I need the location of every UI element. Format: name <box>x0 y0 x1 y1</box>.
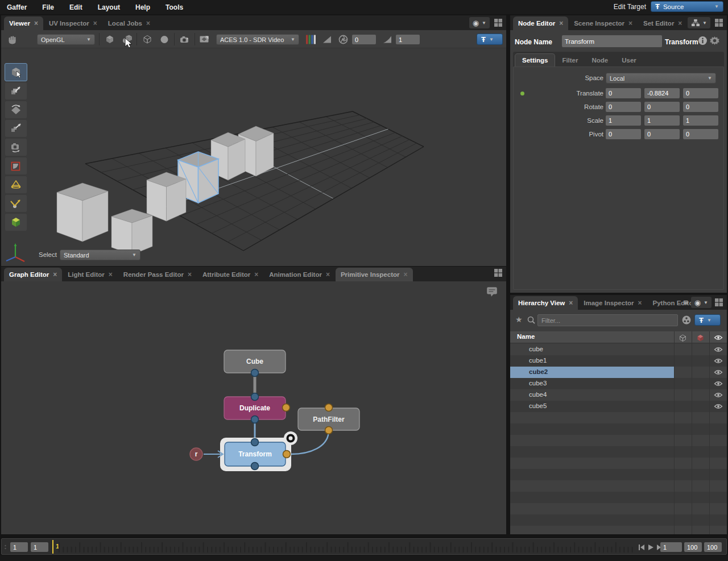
rotate-field-0[interactable]: 0 <box>606 102 641 112</box>
input-badge[interactable]: r <box>190 448 223 460</box>
display-transform-dropdown[interactable]: ACES 1.0 - SDR Video ▼ <box>216 34 299 45</box>
filter-settings-icon[interactable] <box>681 315 692 325</box>
close-icon[interactable]: × <box>146 19 150 27</box>
scale-field-0[interactable]: 1 <box>606 115 641 126</box>
cube-outline-column-icon[interactable] <box>679 334 687 342</box>
node-graph-area[interactable]: CubeDuplicatePathFilterTransformr <box>1 281 506 534</box>
list-menu-icon[interactable]: ≡ <box>684 298 688 306</box>
timeline-grip[interactable] <box>5 545 6 550</box>
close-icon[interactable]: × <box>93 19 97 27</box>
select-mode-dropdown[interactable]: Standard ▼ <box>60 250 140 260</box>
tab-hierarchy-view[interactable]: Hierarchy View× <box>513 296 578 310</box>
tab-render-pass-editor[interactable]: Render Pass Editor× <box>118 268 197 281</box>
edge-pathfilter-transform[interactable] <box>291 430 329 454</box>
port-duplicate-in[interactable] <box>251 393 259 401</box>
star-icon[interactable]: ★ <box>515 315 523 323</box>
shaded-cube-tool-button[interactable] <box>5 213 27 231</box>
close-icon[interactable]: × <box>559 19 563 27</box>
close-icon[interactable]: × <box>188 271 192 279</box>
node-editor-follow-menu-button[interactable]: ▼ <box>688 17 710 28</box>
node-graph-canvas[interactable]: CubeDuplicatePathFilterTransformr <box>1 281 506 534</box>
cube-object-3[interactable] <box>147 172 186 221</box>
solo-channel-icon[interactable] <box>321 34 333 45</box>
space-dropdown[interactable]: Local ▼ <box>606 73 716 84</box>
port-duplicate-filter[interactable] <box>283 404 290 412</box>
rotate-tool-button[interactable] <box>5 101 27 119</box>
viewer-pin-dropdown[interactable]: Ŧ ▼ <box>477 34 503 45</box>
close-icon[interactable]: × <box>109 271 113 279</box>
end-frame-field[interactable]: 100 <box>684 542 702 552</box>
viewer-focus-menu-button[interactable]: ◉ ▼ <box>469 17 490 28</box>
close-icon[interactable]: × <box>254 271 258 279</box>
skip-to-start-icon[interactable] <box>638 543 646 551</box>
tab-node-editor[interactable]: Node Editor× <box>513 16 568 30</box>
subtab-filter[interactable]: Filter <box>555 53 585 67</box>
row-cube2[interactable]: cube2 <box>510 367 727 378</box>
camera-tool-button[interactable] <box>5 138 27 156</box>
tab-set-editor[interactable]: Set Editor× <box>638 16 687 30</box>
hierarchy-pin-dropdown[interactable]: Ŧ ▼ <box>694 314 721 326</box>
play-icon[interactable] <box>647 543 655 551</box>
tab-local-jobs[interactable]: Local Jobs× <box>103 16 155 30</box>
rotate-field-1[interactable]: 0 <box>644 102 680 112</box>
light-cone-tool-button[interactable] <box>5 176 27 194</box>
gamma-icon[interactable] <box>381 34 394 45</box>
tab-attribute-editor[interactable]: Attribute Editor× <box>197 268 263 281</box>
scale-field-2[interactable]: 1 <box>683 115 718 126</box>
port-pathfilter-in[interactable] <box>325 404 333 412</box>
timeline-prev-field[interactable]: 1 <box>31 542 48 552</box>
scale-tool-button[interactable] <box>5 119 27 138</box>
tab-animation-editor[interactable]: Animation Editor× <box>264 268 335 281</box>
menu-gaffer[interactable]: Gaffer <box>7 3 35 11</box>
close-icon[interactable]: × <box>628 19 632 27</box>
close-icon[interactable]: × <box>53 271 57 279</box>
info-icon[interactable] <box>698 36 708 45</box>
scale-field-1[interactable]: 1 <box>644 115 680 126</box>
close-icon[interactable]: × <box>678 19 682 27</box>
viewport-3d[interactable]: Select Standard ▼ <box>1 48 506 266</box>
hierarchy-focus-menu-button[interactable]: ◉ ▼ <box>691 297 712 308</box>
visibility-eye-icon[interactable] <box>714 392 723 398</box>
wireframe-cube-icon[interactable] <box>141 34 154 45</box>
translate-field-1[interactable]: -0.8824 <box>644 88 680 98</box>
close-icon[interactable]: × <box>34 19 38 27</box>
tab-image-inspector[interactable]: Image Inspector× <box>578 296 647 310</box>
tab-light-editor[interactable]: Light Editor× <box>63 268 118 281</box>
tab-viewer[interactable]: Viewer× <box>4 16 43 30</box>
cube-object-0[interactable] <box>57 183 108 242</box>
rotate-field-2[interactable]: 0 <box>683 102 718 112</box>
drawing-mode-icon[interactable] <box>104 34 116 45</box>
scene-view-icon[interactable] <box>198 34 210 45</box>
gear-icon[interactable] <box>710 36 719 45</box>
close-icon[interactable]: × <box>569 299 573 307</box>
cube-object-1[interactable] <box>111 209 152 255</box>
gamma-field[interactable]: 1 <box>396 35 420 44</box>
total-frames-field[interactable]: 100 <box>704 542 722 552</box>
layout-grid-icon[interactable] <box>494 268 503 277</box>
crop-tool-button[interactable] <box>5 157 27 175</box>
pivot-field-1[interactable]: 0 <box>644 129 680 139</box>
annotation-bubble-icon[interactable] <box>486 286 498 297</box>
edit-target-dropdown[interactable]: Ŧ Source ▼ <box>651 1 723 12</box>
visibility-eye-icon[interactable] <box>714 381 723 387</box>
layout-grid-icon[interactable] <box>714 298 723 307</box>
translate-field-0[interactable]: 0 <box>606 88 641 98</box>
close-icon[interactable]: × <box>403 271 407 279</box>
port-pathfilter-out[interactable] <box>325 427 333 434</box>
menu-tools[interactable]: Tools <box>166 3 191 11</box>
port-cube-out[interactable] <box>251 369 259 377</box>
translate-field-2[interactable]: 0 <box>683 88 718 98</box>
red-cube-column-icon[interactable] <box>696 334 705 342</box>
pivot-field-0[interactable]: 0 <box>606 129 641 139</box>
rgb-channels-icon[interactable] <box>304 33 317 45</box>
port-transform-filter[interactable] <box>283 451 291 458</box>
row-cube1[interactable]: cube1 <box>510 355 727 367</box>
playhead[interactable] <box>52 540 53 554</box>
tab-scene-inspector[interactable]: Scene Inspector× <box>569 16 638 30</box>
node-name-input[interactable]: Transform <box>562 35 662 47</box>
tab-uv-inspector[interactable]: UV Inspector× <box>44 16 102 30</box>
port-transform-out[interactable] <box>251 463 259 470</box>
row-cube5[interactable]: cube5 <box>510 401 727 412</box>
row-cube[interactable]: cube <box>510 344 727 355</box>
select-tool-button[interactable] <box>5 63 27 81</box>
